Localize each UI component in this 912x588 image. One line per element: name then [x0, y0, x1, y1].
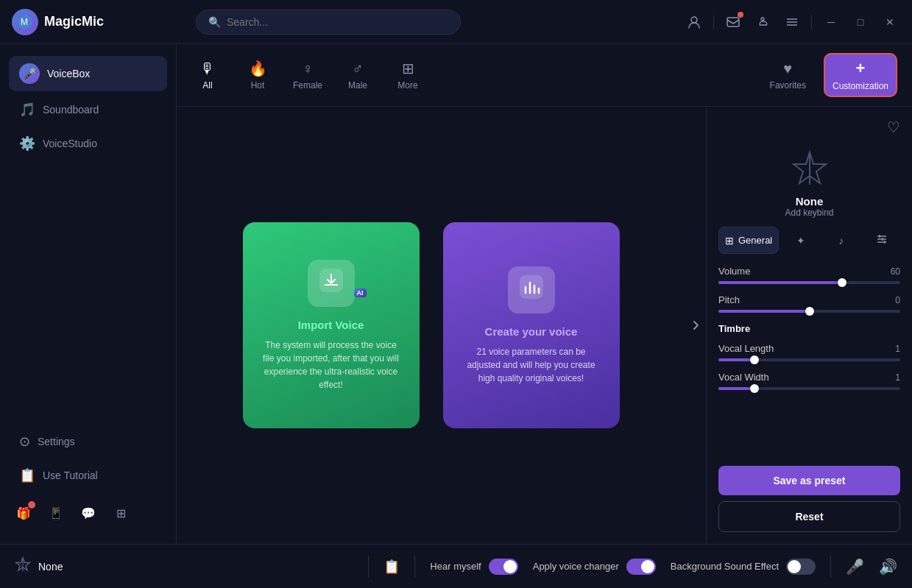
tab-female[interactable]: ♀ Female — [291, 60, 324, 91]
hear-myself-label: Hear myself — [430, 561, 481, 572]
close-button[interactable]: ✕ — [880, 12, 900, 32]
vocal-length-row: Vocal Length 1 — [718, 343, 900, 354]
customization-icon: + — [856, 59, 866, 78]
import-card-title: Import Voice — [298, 319, 364, 331]
create-card-desc: 21 voice parameters can be adjusted and … — [461, 345, 602, 385]
female-icon: ♀ — [303, 60, 314, 77]
sidebar-item-tutorial[interactable]: 📋 Use Tutorial — [9, 460, 167, 491]
collapse-panel-btn[interactable] — [685, 107, 706, 544]
bottom-divider3 — [830, 556, 831, 578]
tab-all[interactable]: 🎙 All — [191, 60, 224, 91]
chat-icon-btn[interactable]: 💬 — [77, 501, 100, 525]
avatar-star-icon — [786, 145, 833, 192]
content-panel: AI Import Voice The system will process … — [177, 107, 912, 544]
discord-icon[interactable] — [752, 12, 773, 32]
sidebar-item-settings[interactable]: ⊙ Settings — [9, 426, 167, 457]
pitch-slider[interactable] — [718, 310, 900, 313]
bottom-divider1 — [368, 556, 369, 578]
vocal-width-thumb[interactable] — [750, 384, 759, 393]
apply-voice-label: Apply voice changer — [533, 561, 619, 572]
gift-icon-btn[interactable]: 🎁 — [12, 501, 35, 525]
vocal-length-fill — [718, 358, 754, 361]
sidebar-item-voicebox[interactable]: 🎤 VoiceBox — [9, 56, 167, 91]
pitch-fill — [718, 310, 810, 313]
search-input[interactable] — [227, 16, 448, 28]
volume-value: 60 — [891, 266, 900, 277]
settings-icon: ⊙ — [19, 433, 30, 450]
tab-customization[interactable]: + Customization — [824, 53, 897, 97]
vocal-width-slider[interactable] — [718, 387, 900, 390]
favorite-icon-btn[interactable]: ♡ — [887, 118, 900, 136]
save-preset-button[interactable]: Save as preset — [718, 466, 900, 495]
sidebar-voicebox-label: VoiceBox — [47, 68, 90, 79]
sidebar-item-soundboard[interactable]: 🎵 Soundboard — [9, 94, 167, 125]
profile-icon[interactable] — [684, 12, 704, 32]
eq-icon — [876, 233, 888, 247]
voicebox-icon: 🎤 — [19, 63, 40, 84]
maximize-button[interactable]: □ — [850, 12, 871, 32]
search-icon: 🔍 — [208, 16, 221, 28]
volume-thumb[interactable] — [838, 278, 846, 287]
titlebar-right: ─ □ ✕ — [684, 12, 900, 32]
hear-myself-group: Hear myself — [430, 559, 517, 575]
tab-favorites[interactable]: ♥ Favorites — [770, 60, 806, 91]
bg-sound-thumb — [788, 560, 801, 573]
vocal-width-value: 1 — [895, 372, 900, 383]
soundboard-icon: 🎵 — [19, 102, 35, 118]
svg-rect-8 — [520, 275, 543, 299]
import-card-icon-wrap — [308, 260, 355, 307]
rp-tab-magic[interactable]: ✦ — [782, 227, 819, 254]
bg-sound-label: Background Sound Effect — [671, 561, 779, 572]
menu-icon[interactable] — [782, 12, 802, 32]
tab-female-label: Female — [293, 80, 322, 91]
rp-tab-eq[interactable] — [863, 227, 900, 254]
rp-general-label: General — [738, 235, 772, 246]
rp-tabs: ⊞ General ✦ ♪ — [718, 227, 900, 254]
layout-icon-btn[interactable]: ⊞ — [109, 501, 132, 525]
apply-voice-toggle[interactable] — [626, 559, 656, 575]
logo-icon: M — [12, 9, 38, 35]
volume-icon-btn[interactable]: 🔊 — [879, 558, 897, 575]
volume-slider[interactable] — [718, 281, 900, 284]
search-bar[interactable]: 🔍 — [196, 10, 461, 35]
tab-male[interactable]: ♂ Male — [342, 60, 374, 91]
rp-tab-general[interactable]: ⊞ General — [718, 227, 779, 254]
volume-label: Volume — [718, 266, 750, 277]
svg-rect-3 — [727, 18, 739, 26]
voice-keybind[interactable]: Add keybind — [785, 208, 833, 218]
sidebar-bottom: 🎁 📱 💬 ⊞ — [9, 494, 167, 532]
mic-icon-btn[interactable]: 🎤 — [846, 558, 864, 575]
male-icon: ♂ — [353, 60, 364, 77]
voicestudio-icon: ⚙️ — [19, 135, 35, 152]
sidebar-voicestudio-label: VoiceStudio — [43, 138, 97, 149]
voice-avatar: None Add keybind — [718, 145, 900, 218]
bg-sound-toggle[interactable] — [786, 559, 816, 575]
pitch-row: Pitch 0 — [718, 294, 900, 305]
tab-hot[interactable]: 🔥 Hot — [241, 60, 274, 91]
reset-button[interactable]: Reset — [718, 501, 900, 532]
bg-sound-group: Background Sound Effect — [671, 559, 816, 575]
vocal-length-label: Vocal Length — [718, 343, 774, 354]
sidebar-item-voicestudio[interactable]: ⚙️ VoiceStudio — [9, 128, 167, 159]
vocal-length-thumb[interactable] — [750, 355, 759, 364]
pitch-thumb[interactable] — [805, 307, 814, 316]
tab-more[interactable]: ⊞ More — [392, 60, 424, 91]
svg-point-2 — [691, 17, 697, 23]
music-icon: ♪ — [838, 235, 844, 247]
tab-all-label: All — [202, 80, 212, 91]
hear-myself-toggle[interactable] — [489, 559, 518, 575]
phone-icon-btn[interactable]: 📱 — [44, 501, 68, 525]
pitch-label: Pitch — [718, 294, 740, 305]
content-area: 🎙 All 🔥 Hot ♀ Female ♂ Male ⊞ More ♥ — [177, 44, 912, 544]
apply-voice-group: Apply voice changer — [533, 559, 656, 575]
rp-tab-music[interactable]: ♪ — [822, 227, 860, 254]
minimize-button[interactable]: ─ — [821, 12, 841, 32]
import-voice-card[interactable]: AI Import Voice The system will process … — [243, 222, 420, 428]
import-card-desc: The system will process the voice file y… — [261, 339, 402, 392]
general-grid-icon: ⊞ — [725, 235, 734, 247]
create-voice-card[interactable]: Create your voice 21 voice parameters ca… — [443, 222, 620, 428]
vocal-length-slider[interactable] — [718, 358, 900, 361]
bottom-star-icon — [15, 556, 31, 577]
notification-icon[interactable] — [723, 12, 743, 32]
svg-text:M: M — [21, 17, 28, 27]
